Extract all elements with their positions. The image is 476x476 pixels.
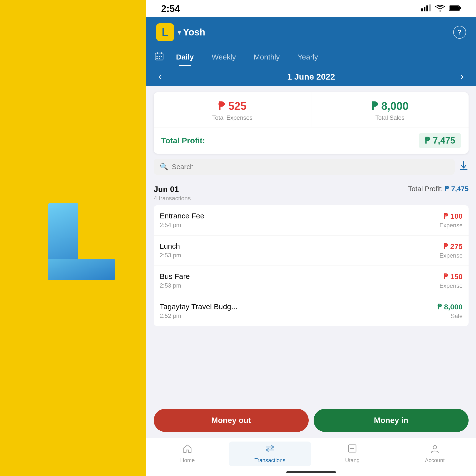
transactions-icon — [265, 444, 275, 455]
transaction-group-header: Jun 01 4 transactions Total Profit: ₱ 7,… — [154, 180, 469, 205]
tx-info: Tagaytay Travel Budg... 2:52 pm — [160, 302, 238, 319]
date-navigator: ‹ 1 June 2022 › — [146, 67, 476, 86]
transaction-item[interactable]: Bus Fare 2:53 pm ₱ 150 Expense — [154, 266, 469, 296]
transaction-items-container: Entrance Fee 2:54 pm ₱ 100 Expense Lunch… — [154, 205, 469, 326]
calendar-icon[interactable] — [151, 47, 167, 67]
download-icon[interactable] — [459, 161, 469, 173]
search-icon: 🔍 — [160, 163, 168, 171]
tab-yearly[interactable]: Yearly — [289, 48, 327, 66]
transactions-list: Jun 01 4 transactions Total Profit: ₱ 7,… — [146, 180, 476, 403]
group-profit-label: Total Profit: — [408, 185, 443, 193]
group-transaction-count: 4 transactions — [154, 195, 191, 202]
tab-weekly[interactable]: Weekly — [203, 48, 245, 66]
transactions-label: Transactions — [254, 457, 285, 464]
tx-name: Lunch — [160, 242, 181, 250]
home-indicator — [146, 469, 476, 476]
transaction-item[interactable]: Tagaytay Travel Budg... 2:52 pm ₱ 8,000 … — [154, 296, 469, 326]
app-logo: L — [156, 23, 174, 41]
total-expenses-label: Total Expenses — [161, 114, 304, 121]
wifi-icon — [435, 5, 445, 13]
tx-name: Bus Fare — [160, 272, 190, 281]
tx-name: Tagaytay Travel Budg... — [160, 302, 238, 311]
group-profit-amount: ₱ 7,475 — [445, 185, 469, 193]
svg-rect-15 — [159, 58, 160, 59]
logo-l-horizontal — [48, 259, 115, 280]
status-bar: 2:54 — [146, 0, 476, 17]
chevron-down-icon: ▾ — [178, 28, 181, 36]
bottom-nav: Home Transactions — [146, 438, 476, 469]
svg-rect-13 — [161, 56, 162, 57]
action-buttons: Money out Money in — [146, 403, 476, 438]
logo-letter: L — [162, 26, 169, 38]
nav-account[interactable]: Account — [394, 442, 476, 466]
svg-rect-10 — [161, 52, 162, 54]
account-icon — [430, 444, 439, 455]
tx-right: ₱ 275 Expense — [440, 242, 463, 259]
group-date: Jun 01 — [154, 185, 191, 194]
header-username-container[interactable]: ▾ Yosh — [178, 27, 205, 38]
home-icon — [183, 444, 192, 455]
logo-shape — [33, 198, 113, 278]
svg-point-21 — [433, 446, 437, 449]
tx-right: ₱ 150 Expense — [440, 272, 463, 289]
search-input[interactable] — [172, 163, 449, 171]
svg-rect-2 — [426, 5, 428, 11]
transaction-item[interactable]: Lunch 2:53 pm ₱ 275 Expense — [154, 236, 469, 266]
tx-time: 2:52 pm — [160, 312, 238, 319]
utang-icon — [348, 444, 357, 455]
tab-monthly[interactable]: Monthly — [245, 48, 289, 66]
total-profit-row: Total Profit: ₱ 7,475 — [154, 127, 469, 154]
tx-type: Expense — [440, 282, 463, 289]
prev-date-button[interactable]: ‹ — [159, 71, 162, 82]
nav-transactions[interactable]: Transactions — [229, 442, 311, 466]
svg-rect-1 — [424, 7, 425, 11]
nav-utang[interactable]: Utang — [311, 442, 394, 466]
help-button[interactable]: ? — [453, 26, 466, 39]
svg-rect-3 — [429, 4, 431, 11]
svg-rect-11 — [156, 56, 158, 57]
next-date-button[interactable]: › — [461, 71, 464, 82]
tab-daily[interactable]: Daily — [167, 48, 203, 66]
tx-info: Entrance Fee 2:54 pm — [160, 212, 204, 229]
tx-name: Entrance Fee — [160, 212, 204, 220]
sales-summary: ₱ 8,000 Total Sales — [311, 92, 469, 127]
home-label: Home — [180, 457, 195, 464]
total-sales-amount: ₱ 8,000 — [319, 100, 461, 112]
tx-amount: ₱ 8,000 — [437, 302, 463, 311]
summary-top: ₱ 525 Total Expenses ₱ 8,000 Total Sales — [154, 92, 469, 127]
tx-time: 2:53 pm — [160, 282, 190, 289]
svg-rect-5 — [460, 7, 461, 9]
total-expenses-amount: ₱ 525 — [161, 100, 304, 112]
transaction-item[interactable]: Entrance Fee 2:54 pm ₱ 100 Expense — [154, 205, 469, 236]
tx-info: Lunch 2:53 pm — [160, 242, 181, 259]
total-sales-label: Total Sales — [319, 114, 461, 121]
svg-rect-6 — [450, 6, 459, 10]
home-bar — [286, 471, 336, 473]
search-container: 🔍 — [154, 159, 469, 175]
tx-right: ₱ 100 Expense — [440, 212, 463, 229]
search-bar[interactable]: 🔍 — [154, 159, 455, 175]
utang-label: Utang — [345, 457, 360, 464]
app-header: L ▾ Yosh ? — [146, 17, 476, 47]
svg-rect-12 — [159, 56, 160, 57]
tx-type: Expense — [440, 222, 463, 229]
left-panel — [0, 0, 146, 476]
tx-time: 2:54 pm — [160, 222, 204, 229]
right-panel: 2:54 — [146, 0, 476, 476]
status-time: 2:54 — [161, 3, 180, 14]
tx-type: Sale — [437, 313, 463, 320]
summary-card: ₱ 525 Total Expenses ₱ 8,000 Total Sales… — [154, 92, 469, 154]
money-out-button[interactable]: Money out — [154, 409, 309, 432]
group-date-info: Jun 01 4 transactions — [154, 185, 191, 202]
group-profit-info: Total Profit: ₱ 7,475 — [408, 185, 469, 193]
money-in-button[interactable]: Money in — [314, 409, 469, 432]
tx-info: Bus Fare 2:53 pm — [160, 272, 190, 289]
expenses-summary: ₱ 525 Total Expenses — [154, 92, 311, 127]
tx-amount: ₱ 275 — [440, 242, 463, 251]
tx-time: 2:53 pm — [160, 252, 181, 259]
tx-amount: ₱ 150 — [440, 272, 463, 281]
svg-rect-9 — [157, 52, 158, 54]
period-tabs: Daily Weekly Monthly Yearly — [146, 47, 476, 67]
account-label: Account — [425, 457, 445, 464]
nav-home[interactable]: Home — [146, 442, 229, 466]
